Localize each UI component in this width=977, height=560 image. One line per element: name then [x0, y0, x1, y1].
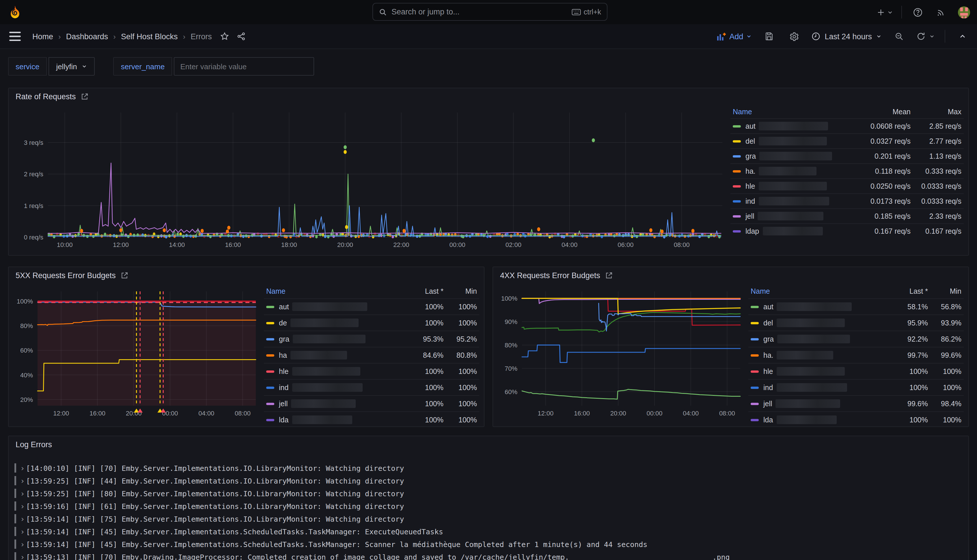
svg-text:16:00: 16:00 [225, 241, 241, 248]
redacted-log-text [409, 515, 596, 523]
svg-text:0 req/s: 0 req/s [24, 234, 43, 241]
legend-row[interactable]: aut58.1%56.8% [748, 298, 964, 315]
log-expand-icon[interactable]: › [20, 476, 26, 485]
series-swatch [751, 386, 759, 388]
legend-col-name[interactable]: Name [733, 108, 855, 116]
breadcrumb-home[interactable]: Home [32, 32, 53, 41]
news-button[interactable] [933, 5, 948, 20]
external-link-icon[interactable] [81, 93, 89, 100]
legend-row[interactable]: ind0.0173 req/s0.0333 req/s [730, 193, 964, 208]
external-link-icon[interactable] [605, 272, 613, 279]
legend-col-last[interactable]: Last * [406, 287, 443, 295]
legend-row[interactable]: hle0.0250 req/s0.0333 req/s [730, 178, 964, 193]
log-row[interactable]: ›[13:59:14] [INF] [45] Emby.Server.Imple… [15, 525, 962, 538]
svg-text:10:00: 10:00 [57, 241, 73, 248]
legend-value: 1.13 req/s [910, 152, 961, 160]
legend-row[interactable]: hle100%100% [264, 363, 479, 379]
save-dashboard-button[interactable] [762, 29, 777, 44]
series-swatch [751, 305, 759, 308]
legend-row[interactable]: jell0.185 req/s2.33 req/s [730, 208, 964, 223]
legend-row[interactable]: del95.9%93.9% [748, 315, 964, 331]
log-expand-icon[interactable]: › [20, 463, 26, 472]
series-name: lda [763, 416, 773, 424]
log-expand-icon[interactable]: › [20, 540, 26, 548]
search-input[interactable]: Search or jump to... ctrl+k [372, 3, 608, 21]
svg-text:20:00: 20:00 [337, 241, 353, 248]
legend-col-name[interactable]: Name [266, 287, 406, 295]
top-nav-bar: Search or jump to... ctrl+k [0, 0, 977, 25]
legend-row[interactable]: ha84.6%80.8% [264, 347, 479, 363]
log-row[interactable]: ›[14:00:10] [INF] [70] Emby.Server.Imple… [15, 462, 962, 474]
log-row[interactable]: ›[13:59:16] [INF] [61] Emby.Server.Imple… [15, 500, 962, 512]
legend-row[interactable]: ha.0.118 req/s0.333 req/s [730, 163, 964, 178]
variable-server-name-input[interactable] [174, 57, 314, 76]
legend-col-last[interactable]: Last * [891, 287, 928, 295]
breadcrumb-dashboards[interactable]: Dashboards [66, 32, 108, 41]
panel-title-4xx[interactable]: 4XX Requests Error Budgets [500, 271, 613, 280]
new-button[interactable] [877, 5, 893, 20]
log-row[interactable]: ›[13:59:25] [INF] [80] Emby.Server.Imple… [15, 487, 962, 500]
redacted-series-name [777, 302, 852, 311]
legend-row[interactable]: jell100%100% [264, 395, 479, 412]
variable-service-label: service [8, 57, 47, 76]
legend-row[interactable]: lda100%100% [748, 412, 964, 428]
time-range-picker[interactable]: Last 24 hours [811, 32, 882, 41]
legend-row[interactable]: gra95.3%95.2% [264, 331, 479, 347]
log-expand-icon[interactable]: › [20, 514, 26, 523]
legend-row[interactable]: del0.0327 req/s2.77 req/s [730, 133, 964, 148]
external-link-icon[interactable] [121, 272, 129, 279]
svg-text:16:00: 16:00 [574, 410, 590, 417]
series-swatch [733, 215, 741, 217]
legend-row[interactable]: gra0.201 req/s1.13 req/s [730, 148, 964, 163]
log-expand-icon[interactable]: › [20, 527, 26, 536]
add-panel-button[interactable]: Add [716, 32, 752, 41]
panel-title-rate[interactable]: Rate of Requests [16, 92, 89, 101]
breadcrumb-self-host-blocks[interactable]: Self Host Blocks [121, 32, 178, 41]
grafana-logo-icon[interactable] [8, 5, 22, 19]
4xx-chart[interactable]: 12:0016:0020:0000:0004:0008:0060%70%80%9… [496, 287, 744, 423]
legend-row[interactable]: gra92.2%86.2% [748, 331, 964, 347]
star-icon[interactable] [220, 32, 229, 41]
legend-col-min[interactable]: Min [443, 287, 477, 295]
log-row[interactable]: ›[13:59:13] [INF] [70] Emby.Drawing.Imag… [15, 550, 962, 560]
redacted-log-text [409, 464, 466, 472]
help-button[interactable] [910, 5, 925, 20]
rate-chart[interactable]: 10:0012:0014:0016:0018:0020:0022:0000:00… [12, 108, 727, 253]
zoom-out-time-button[interactable] [892, 29, 907, 44]
legend-col-name[interactable]: Name [751, 287, 891, 295]
legend-row[interactable]: ha.99.7%99.6% [748, 347, 964, 363]
avatar[interactable] [956, 5, 971, 20]
series-name: gra [745, 152, 756, 160]
share-icon[interactable] [237, 32, 246, 41]
log-row[interactable]: ›[13:59:14] [INF] [75] Emby.Server.Imple… [15, 512, 962, 525]
legend-col-max[interactable]: Max [910, 108, 961, 116]
panel-title-5xx[interactable]: 5XX Requests Error Budgets [16, 271, 129, 280]
legend-row[interactable]: aut100%100% [264, 298, 479, 315]
log-row[interactable]: ›[13:59:25] [INF] [44] Emby.Server.Imple… [15, 474, 962, 487]
log-expand-icon[interactable]: › [20, 489, 26, 498]
legend-row[interactable]: ind100%100% [264, 379, 479, 395]
log-expand-icon[interactable]: › [20, 502, 26, 510]
legend-row[interactable]: ldap0.167 req/s0.167 req/s [730, 223, 964, 238]
legend-row[interactable]: hle100%100% [748, 363, 964, 379]
breadcrumb-bar: Home› Dashboards› Self Host Blocks› Erro… [0, 24, 977, 49]
legend-header: NameLast *Min [748, 285, 964, 298]
legend-row[interactable]: ind100%100% [748, 379, 964, 395]
menu-toggle-icon[interactable] [9, 32, 21, 41]
legend-row[interactable]: de100%100% [264, 315, 479, 331]
5xx-chart[interactable]: 12:0016:0020:0000:0004:0008:0020%40%60%8… [11, 287, 259, 423]
legend-row[interactable]: lda100%100% [264, 412, 479, 428]
variable-service-value-dropdown[interactable]: jellyfin [48, 57, 95, 76]
legend-row[interactable]: aut0.0608 req/s2.85 req/s [730, 118, 964, 133]
refresh-button[interactable] [916, 29, 935, 44]
legend-row[interactable]: jell99.6%98.4% [748, 395, 964, 412]
dashboard-settings-button[interactable] [787, 29, 802, 44]
chevron-down-icon [82, 63, 87, 69]
log-row[interactable]: ›[13:59:14] [INF] [45] Emby.Server.Imple… [15, 538, 962, 550]
log-expand-icon[interactable]: › [20, 552, 26, 560]
legend-col-min[interactable]: Min [928, 287, 961, 295]
collapse-toolbar-button[interactable] [955, 29, 970, 44]
panel-title-logs[interactable]: Log Errors [16, 440, 52, 449]
divider [945, 30, 945, 43]
legend-col-mean[interactable]: Mean [855, 108, 910, 116]
